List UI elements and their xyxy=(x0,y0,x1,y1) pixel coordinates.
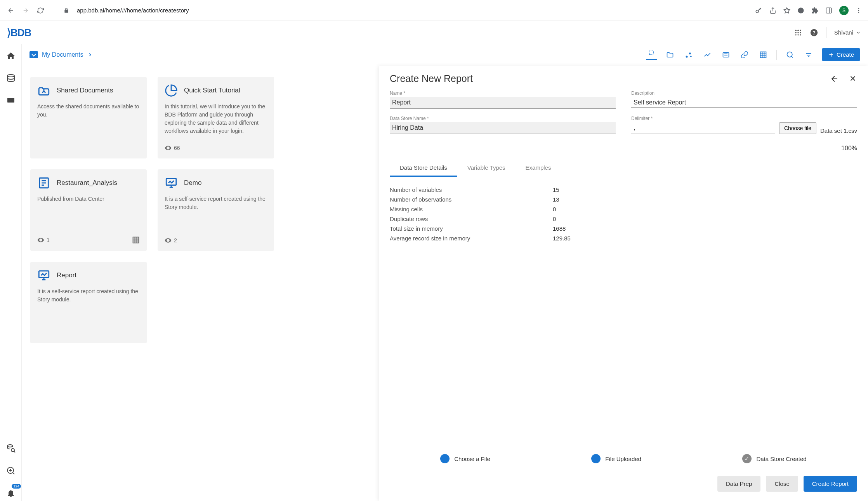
create-report-button[interactable]: Create Report xyxy=(804,476,857,492)
svg-marker-1 xyxy=(784,7,790,13)
svg-rect-32 xyxy=(760,52,766,57)
svg-rect-3 xyxy=(826,8,832,13)
kebab-icon[interactable] xyxy=(856,7,862,14)
folder-icon xyxy=(30,51,38,58)
svg-point-7 xyxy=(858,12,859,13)
logo[interactable]: ⟩BDB xyxy=(7,27,34,38)
user-menu[interactable]: Shivani xyxy=(834,29,861,36)
eye-icon xyxy=(165,237,172,244)
toolbar-select-icon[interactable] xyxy=(646,49,657,60)
sidebar-present-icon[interactable] xyxy=(3,93,19,109)
breadcrumb[interactable]: My Documents xyxy=(30,51,93,58)
datastore-input[interactable] xyxy=(390,122,616,134)
toolbar-line-icon[interactable] xyxy=(702,49,713,60)
choose-file-button[interactable]: Choose file xyxy=(779,122,816,134)
svg-point-26 xyxy=(686,56,687,57)
upload-progress: 100% xyxy=(390,145,857,152)
svg-text:?: ? xyxy=(812,30,816,35)
extensions-icon[interactable] xyxy=(811,7,818,14)
help-icon[interactable]: ? xyxy=(810,28,818,37)
panel-title: Create New Report xyxy=(390,73,473,84)
url-text[interactable]: app.bdb.ai/home/#/home/action/createstor… xyxy=(77,7,749,14)
toolbar-form-icon[interactable] xyxy=(720,49,731,60)
svg-point-9 xyxy=(795,30,796,31)
card-quickstart[interactable]: Quick Start Tutorial In this tutorial, w… xyxy=(158,77,274,158)
notif-count: 124 xyxy=(12,484,21,489)
card-demo[interactable]: Demo It is a self-service report created… xyxy=(158,169,274,251)
story-icon xyxy=(165,176,178,190)
toolbar-search-icon[interactable] xyxy=(785,49,795,60)
svg-point-17 xyxy=(800,34,801,35)
panel-icon[interactable] xyxy=(825,7,832,14)
svg-point-14 xyxy=(800,32,801,33)
toolbar-link-icon[interactable] xyxy=(739,49,750,60)
ext1-icon[interactable] xyxy=(797,7,804,14)
eye-icon xyxy=(165,144,172,151)
sidebar-search-data-icon[interactable] xyxy=(3,440,19,456)
grid-small-icon[interactable] xyxy=(132,236,140,244)
sidebar: 124 xyxy=(0,44,22,501)
reload-icon[interactable] xyxy=(36,6,45,15)
card-restaurant[interactable]: Restaurant_Analysis Published from Data … xyxy=(30,169,147,251)
progress-steps: Choose a File File Uploaded ✓Data Store … xyxy=(390,446,857,471)
svg-point-6 xyxy=(858,10,859,11)
panel-back-icon[interactable] xyxy=(830,74,839,84)
svg-point-20 xyxy=(7,75,14,77)
panel-close-icon[interactable] xyxy=(849,74,857,84)
tab-variable-types[interactable]: Variable Types xyxy=(457,160,516,177)
apps-icon[interactable] xyxy=(794,29,802,37)
create-button[interactable]: Create xyxy=(822,48,860,61)
star-icon[interactable] xyxy=(783,7,790,14)
nav-back-icon[interactable] xyxy=(6,6,16,15)
sidebar-bell-icon[interactable]: 124 xyxy=(3,485,19,501)
svg-point-2 xyxy=(798,7,804,13)
data-prep-button[interactable]: Data Prep xyxy=(717,476,761,492)
datastore-label: Data Store Name * xyxy=(390,116,616,121)
name-input[interactable] xyxy=(390,97,616,109)
shared-folder-icon xyxy=(37,84,50,97)
toolbar-grid-icon[interactable] xyxy=(758,49,769,60)
svg-point-10 xyxy=(797,30,799,31)
sidebar-magnify-icon[interactable] xyxy=(3,463,19,478)
step-created: ✓Data Store Created xyxy=(742,454,806,463)
view-count: 66 xyxy=(174,145,180,151)
app-header: ⟩BDB ? Shivani xyxy=(0,21,868,44)
svg-rect-21 xyxy=(7,98,14,103)
toolbar-filter-icon[interactable] xyxy=(803,49,814,60)
sidebar-home-icon[interactable] xyxy=(3,48,19,64)
delimiter-input[interactable] xyxy=(631,122,775,134)
toolbar-folder-icon[interactable] xyxy=(665,49,675,60)
svg-point-27 xyxy=(689,52,691,54)
key-icon[interactable] xyxy=(755,7,762,14)
svg-point-5 xyxy=(858,8,859,9)
close-button[interactable]: Close xyxy=(766,476,798,492)
svg-rect-48 xyxy=(133,237,139,243)
profile-avatar[interactable]: S xyxy=(839,6,849,15)
description-label: Description xyxy=(631,90,857,96)
topbar: My Documents Create xyxy=(22,44,868,65)
svg-text:⟩BDB: ⟩BDB xyxy=(7,27,31,38)
share-icon[interactable] xyxy=(769,7,776,14)
nav-forward-icon[interactable] xyxy=(21,6,30,15)
panel-tabs: Data Store Details Variable Types Exampl… xyxy=(390,160,857,177)
card-report[interactable]: Report It is a self-service report creat… xyxy=(30,262,147,343)
tab-details[interactable]: Data Store Details xyxy=(390,160,457,177)
svg-point-11 xyxy=(800,30,801,31)
lock-icon xyxy=(64,8,69,13)
tab-examples[interactable]: Examples xyxy=(516,160,561,177)
svg-point-37 xyxy=(787,52,792,57)
toolbar-scatter-icon[interactable] xyxy=(683,49,694,60)
card-shared-docs[interactable]: Shared Documents Access the shared docum… xyxy=(30,77,147,158)
description-input[interactable]: Self service Report xyxy=(631,97,857,108)
view-count: 1 xyxy=(47,237,50,243)
story-icon xyxy=(37,269,50,282)
svg-point-15 xyxy=(795,34,796,35)
svg-point-16 xyxy=(797,34,799,35)
svg-point-23 xyxy=(11,449,14,452)
sidebar-data-icon[interactable] xyxy=(3,71,19,86)
filename-text: Data set 1.csv xyxy=(820,127,857,134)
svg-point-0 xyxy=(756,10,759,13)
create-report-panel: Create New Report Name * Description Sel… xyxy=(379,66,868,501)
step-choose: Choose a File xyxy=(440,454,490,463)
pie-icon xyxy=(165,84,178,97)
